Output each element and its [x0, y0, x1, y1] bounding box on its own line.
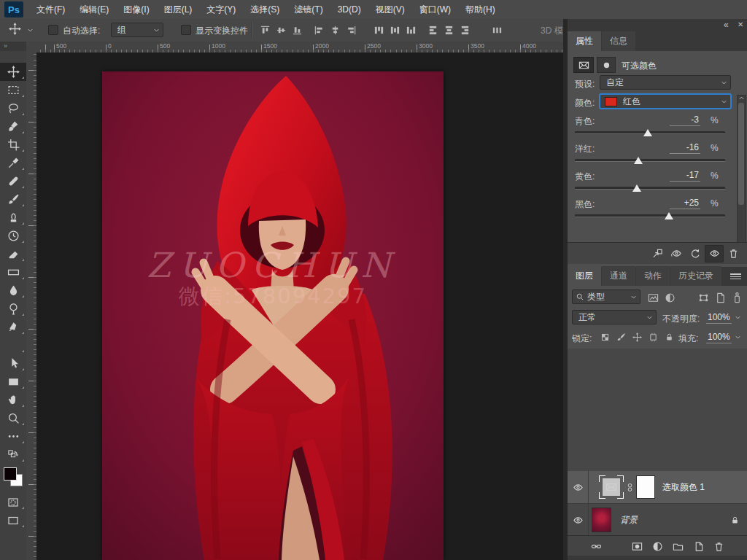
- swap-colors-button[interactable]: [0, 446, 26, 464]
- quick-mask-button[interactable]: [0, 493, 26, 511]
- menu-item-7[interactable]: 3D(D): [330, 0, 368, 19]
- slider-track[interactable]: [575, 131, 725, 134]
- filter-image-button[interactable]: [645, 289, 662, 306]
- align-center-button[interactable]: [327, 22, 343, 38]
- background-thumbnail[interactable]: [592, 508, 611, 532]
- type-tool[interactable]: T: [0, 336, 26, 354]
- lock-all-button[interactable]: [661, 329, 677, 345]
- layers-tab-图层[interactable]: 图层: [568, 266, 601, 286]
- menu-item-8[interactable]: 视图(V): [368, 0, 412, 19]
- layers-menu-icon[interactable]: [730, 273, 741, 280]
- filter-smart-object-button[interactable]: [712, 289, 729, 306]
- show-transform-checkbox[interactable]: [181, 25, 191, 35]
- align-left-button[interactable]: [311, 22, 327, 38]
- align-middle-button[interactable]: [273, 22, 289, 38]
- slider-track[interactable]: [575, 187, 725, 190]
- collapse-panels-icon[interactable]: «: [724, 20, 727, 30]
- dist-right-button[interactable]: [457, 22, 473, 38]
- clip-to-layer-button[interactable]: [648, 245, 667, 262]
- filter-toggle-button[interactable]: [729, 289, 746, 306]
- delete-trash-button[interactable]: [724, 245, 743, 262]
- layer-mask-thumbnail[interactable]: [636, 475, 655, 499]
- slider-thumb[interactable]: [634, 157, 643, 164]
- horizontal-ruler[interactable]: 500050010001500200025003000350040004500: [36, 42, 563, 53]
- dist-center-button[interactable]: [441, 22, 457, 38]
- color-dropdown[interactable]: 红色: [600, 94, 731, 109]
- slider-track[interactable]: [575, 159, 725, 162]
- background-lock-icon[interactable]: [730, 516, 740, 525]
- menu-item-2[interactable]: 图像(I): [116, 0, 156, 19]
- clone-stamp-tool[interactable]: [0, 209, 26, 227]
- dodge-tool[interactable]: [0, 300, 26, 318]
- mask-link-icon[interactable]: [625, 483, 635, 492]
- blend-mode-dropdown[interactable]: 正常: [572, 310, 657, 324]
- history-brush-tool[interactable]: [0, 227, 26, 245]
- menu-item-5[interactable]: 选择(S): [243, 0, 287, 19]
- lock-artboard-button[interactable]: [645, 329, 661, 345]
- adjustment-thumbnail[interactable]: [599, 475, 624, 499]
- ruler-corner[interactable]: [26, 42, 37, 53]
- properties-scrollbar[interactable]: [737, 95, 746, 262]
- scroll-up-icon[interactable]: [738, 94, 746, 102]
- new-group-button[interactable]: [668, 537, 687, 555]
- menu-item-3[interactable]: 图层(L): [157, 0, 200, 19]
- pen-tool[interactable]: [0, 318, 26, 336]
- fill-value[interactable]: 100%: [706, 332, 732, 343]
- foreground-background-swatches[interactable]: [0, 464, 26, 493]
- lasso-tool[interactable]: [0, 99, 26, 117]
- slider-value[interactable]: -17: [670, 170, 700, 182]
- rectangle-tool[interactable]: [0, 373, 26, 391]
- auto-select-checkbox[interactable]: [48, 25, 58, 35]
- document-image[interactable]: ZUOCHUN 微信:578094297: [102, 71, 444, 560]
- eraser-tool[interactable]: [0, 245, 26, 263]
- align-top-button[interactable]: [257, 22, 273, 38]
- layer-visibility-toggle[interactable]: [568, 504, 589, 536]
- menu-item-10[interactable]: 帮助(H): [458, 0, 503, 19]
- menu-item-4[interactable]: 文字(Y): [199, 0, 243, 19]
- slider-thumb[interactable]: [643, 129, 652, 136]
- gradient-tool[interactable]: [0, 263, 26, 281]
- blur-tool[interactable]: [0, 281, 26, 300]
- dist-space-button[interactable]: [489, 22, 505, 38]
- opacity-value[interactable]: 100%: [706, 312, 732, 324]
- filter-shape-button[interactable]: [695, 289, 712, 306]
- crop-tool[interactable]: [0, 136, 26, 154]
- toggle-visibility-state-button[interactable]: [667, 245, 686, 262]
- menu-item-9[interactable]: 窗口(W): [412, 0, 458, 19]
- layer-style-fx-button[interactable]: fx: [607, 537, 626, 555]
- visibility-eye-button[interactable]: [705, 245, 724, 262]
- opacity-chevron-icon[interactable]: [734, 314, 742, 322]
- spot-healing-tool[interactable]: [0, 172, 26, 190]
- layers-tab-历史记录[interactable]: 历史记录: [670, 266, 721, 286]
- zoom-tool[interactable]: [0, 409, 26, 427]
- rectangular-marquee-tool[interactable]: [0, 81, 26, 99]
- menu-item-0[interactable]: 文件(F): [29, 0, 72, 19]
- screen-mode-button[interactable]: [0, 511, 26, 529]
- eyedropper-tool[interactable]: [0, 154, 26, 172]
- move-tool[interactable]: [0, 63, 26, 81]
- lock-pixels-button[interactable]: [613, 329, 629, 345]
- new-layer-button[interactable]: [689, 537, 708, 555]
- slider-value[interactable]: -16: [670, 142, 700, 154]
- path-selection-tool[interactable]: [0, 354, 26, 373]
- slider-thumb[interactable]: [665, 212, 673, 219]
- add-mask-button[interactable]: [627, 537, 646, 555]
- link-layers-button[interactable]: [587, 537, 605, 555]
- align-bottom-button[interactable]: [289, 22, 305, 38]
- delete-layer-button[interactable]: [709, 537, 728, 555]
- close-panel-icon[interactable]: ✕: [738, 20, 743, 28]
- slider-thumb[interactable]: [632, 184, 641, 192]
- layer-row-background[interactable]: 背景: [568, 503, 747, 536]
- scrollbar-thumb[interactable]: [738, 103, 744, 205]
- dist-left-button[interactable]: [425, 22, 441, 38]
- hand-tool[interactable]: [0, 391, 26, 409]
- menu-item-6[interactable]: 滤镜(T): [287, 0, 330, 19]
- preset-dropdown[interactable]: 自定: [600, 75, 731, 90]
- layer-filter-dropdown[interactable]: 类型: [572, 289, 640, 304]
- auto-select-target-dropdown[interactable]: 组: [111, 23, 163, 37]
- layers-tab-通道[interactable]: 通道: [602, 266, 635, 286]
- toolbar-collapse[interactable]: »: [0, 42, 26, 51]
- quick-selection-tool[interactable]: [0, 117, 26, 136]
- slider-track[interactable]: [575, 214, 725, 217]
- slider-value[interactable]: -3: [670, 114, 700, 126]
